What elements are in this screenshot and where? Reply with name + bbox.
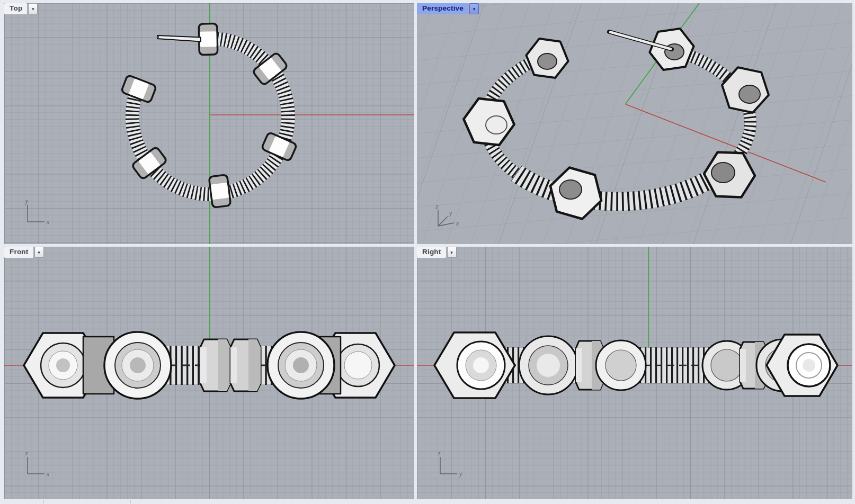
axis-label-y: y	[459, 471, 462, 478]
viewport-title[interactable]: Perspective	[417, 3, 468, 14]
model-left-nut-cluster[interactable]	[24, 332, 171, 399]
model-left-nut-pair[interactable]	[519, 336, 646, 394]
axis-label-x: x	[46, 219, 50, 225]
scene-perspective[interactable]	[417, 3, 852, 244]
axis-label-x: x	[46, 471, 50, 477]
chevron-down-icon[interactable]: ▾	[28, 3, 38, 14]
viewport-perspective[interactable]: Perspective ▾ z y x	[417, 3, 852, 244]
chevron-down-icon[interactable]: ▾	[469, 3, 479, 14]
scene-top[interactable]	[4, 3, 414, 244]
axis-gizmo-front: z x	[20, 451, 54, 484]
model-middle-nuts[interactable]	[200, 339, 261, 391]
model-hex-nuts[interactable]	[464, 29, 769, 219]
viewport-title[interactable]: Right	[417, 247, 446, 258]
window-bottom-strip	[0, 499, 855, 504]
chevron-down-icon[interactable]: ▾	[34, 247, 44, 258]
axis-label-y: y	[449, 210, 452, 217]
axis-label-z: z	[25, 451, 28, 456]
model-right-nut-cluster[interactable]	[268, 332, 395, 399]
scene-right[interactable]	[417, 247, 852, 499]
viewport-tab-top[interactable]: Top ▾	[4, 3, 38, 14]
bottom-strip-divider	[43, 500, 44, 503]
model-clasp-pin[interactable]	[157, 35, 201, 42]
chevron-down-icon[interactable]: ▾	[447, 247, 457, 258]
scene-front[interactable]	[4, 247, 414, 499]
axis-gizmo-right: z y	[433, 451, 467, 484]
model-left-hex-nut[interactable]	[434, 332, 515, 398]
viewport-top[interactable]: Top ▾ y x	[4, 3, 414, 244]
viewport-tab-perspective[interactable]: Perspective ▾	[417, 3, 479, 14]
viewport-title[interactable]: Top	[4, 3, 27, 14]
viewport-tab-right[interactable]: Right ▾	[417, 247, 457, 258]
bottom-strip-divider	[130, 500, 131, 503]
axis-label-z: z	[438, 451, 441, 456]
axis-gizmo-top: y x	[20, 199, 54, 232]
rhino-workspace: Top ▾ y x	[0, 0, 855, 504]
axis-label-y: y	[25, 199, 29, 205]
axis-label-z: z	[435, 203, 439, 210]
axis-gizmo-perspective: z y x	[431, 202, 465, 236]
viewport-right[interactable]: Right ▾ z y	[417, 247, 852, 499]
viewport-front[interactable]: Front ▾ z x	[4, 247, 414, 499]
model-hex-nuts[interactable]	[120, 23, 298, 209]
viewport-tab-front[interactable]: Front ▾	[4, 247, 44, 258]
axis-label-x: x	[456, 220, 459, 227]
viewport-title[interactable]: Front	[4, 247, 33, 258]
